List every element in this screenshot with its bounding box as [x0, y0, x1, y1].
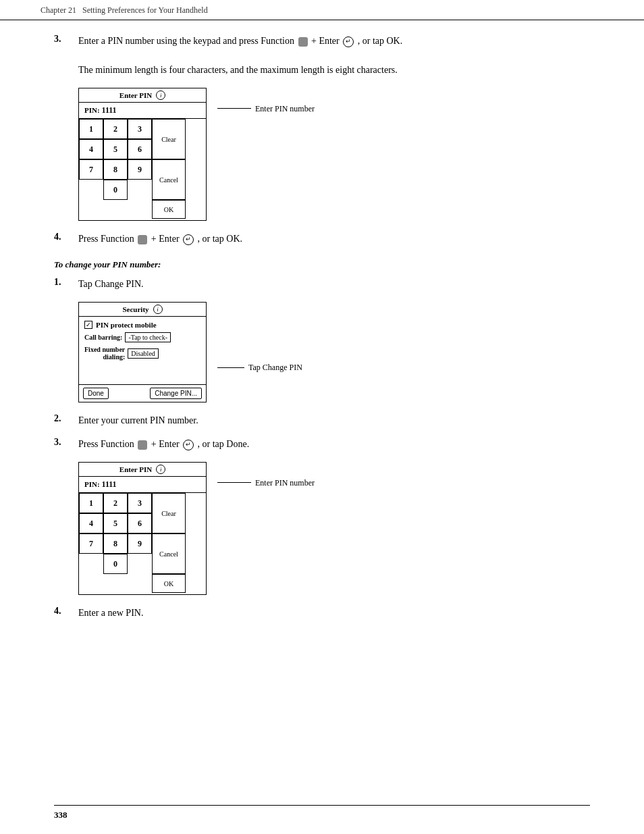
sub-step-number-1: 1.: [54, 277, 74, 288]
page-content: 3. Enter a PIN number using the keypad a…: [0, 20, 644, 656]
pin-widget-1-title: Enter PIN: [119, 91, 152, 99]
security-footer: Done Change PIN...: [79, 384, 206, 402]
key-7[interactable]: 7: [79, 159, 103, 180]
pin-widget-2: Enter PIN i PIN: 1111 1 2 3 Clear 4 5 6 …: [78, 462, 207, 595]
key-9[interactable]: 9: [128, 159, 152, 180]
sub-step-2: 2. Enter your current PIN number.: [54, 413, 590, 427]
step-3-text: Enter a PIN number using the keypad and …: [78, 34, 590, 53]
info-icon-security: i: [153, 305, 163, 314]
key-0[interactable]: 0: [103, 180, 128, 200]
security-pin-label: PIN protect mobile: [96, 321, 157, 329]
enter-icon: ↵: [343, 36, 354, 47]
sub-step-1-text: Tap Change PIN.: [78, 277, 590, 291]
btn-clear-2[interactable]: Clear: [152, 493, 186, 533]
chapter-title: Chapter 21: [41, 5, 76, 16]
step-3: 3. Enter a PIN number using the keypad a…: [54, 34, 590, 53]
btn-cancel-1[interactable]: Cancel: [152, 159, 186, 200]
annotation-line-2: [217, 482, 251, 483]
pin-widget-2-title: Enter PIN: [119, 465, 152, 473]
key-w2-8[interactable]: 8: [103, 533, 128, 554]
function-icon: [298, 37, 308, 47]
pin-widget-1-container: Enter PIN i PIN: 1111 1 2 3 Clear 4 5 6 …: [78, 88, 590, 221]
step-3-note: The minimum length is four characters, a…: [78, 63, 590, 77]
key-w2-3[interactable]: 3: [128, 493, 152, 513]
key-w2-1[interactable]: 1: [79, 493, 103, 513]
key-w2-0[interactable]: 0: [103, 554, 128, 574]
key-w2-5[interactable]: 5: [103, 513, 128, 533]
key-5[interactable]: 5: [103, 139, 128, 159]
enter-icon-4: ↵: [183, 234, 194, 245]
annotation-line-1: [217, 108, 251, 109]
key-6[interactable]: 6: [128, 139, 152, 159]
pin-widget-2-container: Enter PIN i PIN: 1111 1 2 3 Clear 4 5 6 …: [78, 462, 590, 595]
security-title: Security: [122, 305, 149, 313]
pin-widget-1-annotation: Enter PIN number: [217, 104, 315, 114]
security-widget: Security i ✓ PIN protect mobile Call bar…: [78, 302, 207, 402]
key-3[interactable]: 3: [128, 119, 152, 139]
key-4[interactable]: 4: [79, 139, 103, 159]
security-pin-row: ✓ PIN protect mobile: [84, 321, 200, 329]
security-call-barring-label: Call barring:: [84, 334, 122, 341]
key-8[interactable]: 8: [103, 159, 128, 180]
sub-step-4: 4. Enter a new PIN.: [54, 606, 590, 620]
security-widget-container: Security i ✓ PIN protect mobile Call bar…: [78, 302, 590, 402]
key-empty-r2: [128, 200, 152, 220]
btn-ok-2[interactable]: OK: [152, 574, 186, 593]
key-empty-l2: [79, 200, 103, 220]
chapter-subtitle: Setting Preferences for Your Handheld: [76, 5, 208, 16]
btn-done[interactable]: Done: [83, 388, 109, 399]
sub-step-number-3: 3.: [54, 437, 74, 448]
security-annotation-text: Tap Change PIN: [248, 363, 302, 373]
security-body: ✓ PIN protect mobile Call barring: -Tap …: [79, 317, 206, 384]
btn-cancel-2[interactable]: Cancel: [152, 533, 186, 574]
key-w2-6[interactable]: 6: [128, 513, 152, 533]
security-annotation-line: [217, 367, 244, 368]
pin-display-1: PIN: 1111: [79, 103, 206, 119]
page-footer: 338: [54, 805, 590, 820]
key-empty-r1: [128, 180, 152, 200]
sub-step-1: 1. Tap Change PIN.: [54, 277, 590, 291]
page-header: Chapter 21 Setting Preferences for Your …: [0, 0, 644, 20]
step-number-4: 4.: [54, 232, 74, 242]
sub-step-2-text: Enter your current PIN number.: [78, 413, 590, 427]
info-icon-2: i: [156, 465, 165, 474]
sub-step-3-text: Press Function + Enter ↵ , or tap Done.: [78, 437, 590, 451]
security-dialing-value[interactable]: Disabled: [128, 348, 159, 359]
security-dialing-label: dialing:: [84, 353, 125, 361]
security-checkbox[interactable]: ✓: [84, 321, 92, 329]
info-icon-1: i: [156, 90, 165, 100]
annotation-text-1: Enter PIN number: [255, 104, 315, 114]
pin-widget-1-header: Enter PIN i: [79, 88, 206, 103]
btn-change-pin[interactable]: Change PIN...: [150, 388, 202, 399]
sub-step-number-4: 4.: [54, 606, 74, 617]
page-number: 338: [54, 810, 68, 820]
enter-icon-sub3: ↵: [183, 440, 194, 450]
step-4-text: Press Function + Enter ↵ , or tap OK.: [78, 232, 590, 246]
annotation-text-2: Enter PIN number: [255, 478, 315, 488]
key-2[interactable]: 2: [103, 119, 128, 139]
key-1[interactable]: 1: [79, 119, 103, 139]
pin-widget-2-header: Enter PIN i: [79, 463, 206, 477]
key-w2-9[interactable]: 9: [128, 533, 152, 554]
btn-clear-1[interactable]: Clear: [152, 119, 186, 159]
key-w2-4[interactable]: 4: [79, 513, 103, 533]
section-heading: To change your PIN number:: [54, 259, 590, 270]
section-heading-text: To change your PIN number:: [54, 259, 161, 269]
security-call-barring-row: Call barring: -Tap to check-: [84, 332, 200, 342]
key-empty-c2: [103, 200, 128, 220]
btn-ok-1[interactable]: OK: [152, 200, 186, 219]
step-number-3: 3.: [54, 34, 74, 45]
pin-display-2: PIN: 1111: [79, 477, 206, 493]
key-w2-empty-l: [79, 554, 103, 574]
security-call-barring-value[interactable]: -Tap to check-: [125, 332, 171, 342]
security-fixed-number-row: Fixed number dialing: Disabled: [84, 346, 200, 361]
security-fixed-label: Fixed number: [84, 346, 125, 353]
key-w2-2[interactable]: 2: [103, 493, 128, 513]
sub-step-4-text: Enter a new PIN.: [78, 606, 590, 620]
key-empty-l1: [79, 180, 103, 200]
function-icon-4: [138, 235, 147, 244]
pin-widget-1: Enter PIN i PIN: 1111 1 2 3 Clear 4 5 6 …: [78, 88, 207, 221]
security-header: Security i: [79, 303, 206, 317]
step-4: 4. Press Function + Enter ↵ , or tap OK.: [54, 232, 590, 246]
key-w2-7[interactable]: 7: [79, 533, 103, 554]
